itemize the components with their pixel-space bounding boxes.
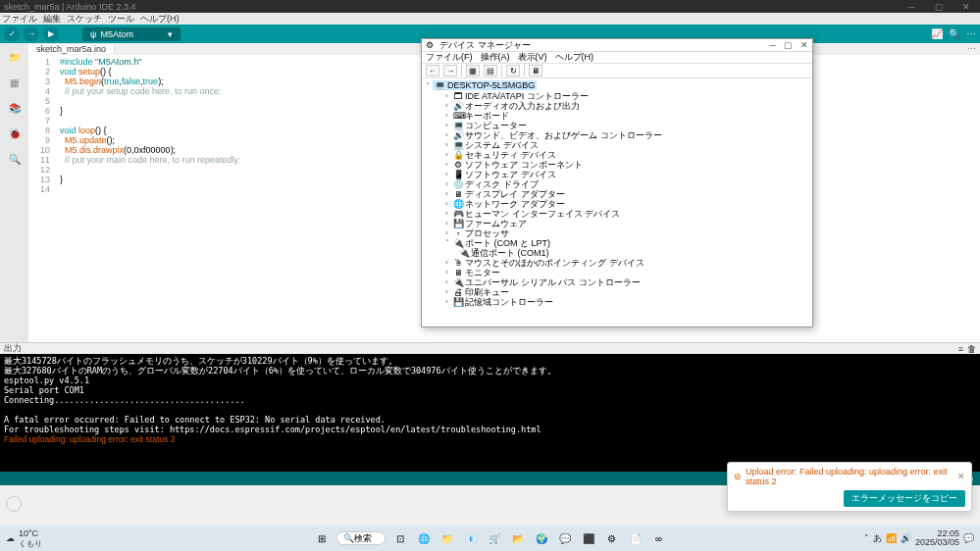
- tray-wifi-icon[interactable]: 📶: [886, 533, 897, 543]
- tray-vol-icon[interactable]: 🔊: [901, 533, 911, 543]
- dm-tree-item[interactable]: ›🖥モニター: [426, 268, 808, 277]
- toast-message: Upload error: Failed uploading: uploadin…: [746, 467, 957, 486]
- dm-app-icon: ⚙: [426, 40, 436, 50]
- dm-menu-file[interactable]: ファイル(F): [426, 51, 473, 64]
- tab-more-icon[interactable]: ⋯: [963, 44, 980, 54]
- tray-notif-icon[interactable]: 💬: [963, 533, 974, 543]
- app-icon-3[interactable]: 📧: [462, 529, 480, 547]
- boards-mgr-icon[interactable]: ▦: [7, 75, 23, 90]
- start-btn[interactable]: ⊞: [313, 529, 331, 547]
- weather-widget[interactable]: ☁ 10°C くもり: [6, 528, 42, 549]
- file-tab[interactable]: sketch_mar5a.ino: [28, 44, 115, 54]
- dm-tree-item[interactable]: ›🗔IDE ATA/ATAPI コントローラー: [426, 91, 808, 101]
- dm-tree-item[interactable]: ›🔒セキュリティ デバイス: [426, 150, 808, 160]
- dm-tree-item[interactable]: ›🔌ユニバーサル シリアル バス コントローラー: [426, 277, 808, 287]
- maximize-btn[interactable]: ▢: [925, 0, 953, 13]
- tray-up-icon[interactable]: ˄: [864, 533, 869, 543]
- dm-ports-node[interactable]: ˅🔌ポート (COM と LPT): [426, 238, 808, 248]
- menu-tools[interactable]: ツール: [108, 13, 134, 25]
- taskview-icon[interactable]: ⊡: [391, 529, 409, 547]
- app-icon-4[interactable]: 🛒: [486, 529, 503, 547]
- menu-file[interactable]: ファイル: [2, 13, 37, 25]
- app-icon-5[interactable]: 📂: [509, 529, 527, 547]
- close-btn[interactable]: ✕: [953, 0, 980, 13]
- dm-fwd-btn[interactable]: →: [443, 65, 457, 76]
- dm-menu-action[interactable]: 操作(A): [481, 51, 510, 64]
- dm-tree-item[interactable]: ›⚙ソフトウェア コンポーネント: [426, 160, 808, 170]
- menu-help[interactable]: ヘルプ(H): [140, 13, 180, 25]
- app-icon-7[interactable]: 💬: [556, 529, 574, 547]
- output-opt2-icon[interactable]: 🗑: [967, 344, 976, 354]
- dm-tree-item[interactable]: ›🖨印刷キュー: [426, 287, 808, 297]
- dm-menu-view[interactable]: 表示(V): [518, 51, 547, 64]
- menu-sketch[interactable]: スケッチ: [67, 13, 102, 25]
- arduino-menubar: ファイル 編集 スケッチ ツール ヘルプ(H): [0, 13, 980, 25]
- dm-tree-item[interactable]: ›🖱マウスとそのほかのポインティング デバイス: [426, 258, 808, 268]
- clock[interactable]: 22:05 2025/03/05: [915, 529, 959, 547]
- menu-edit[interactable]: 編集: [43, 13, 61, 25]
- dm-tree[interactable]: ˅ 💻 DESKTOP-5LSMGBG›🗔IDE ATA/ATAPI コントロー…: [422, 78, 812, 309]
- dm-tree-item[interactable]: ›▫プロセッサ: [426, 228, 808, 238]
- dm-menubar: ファイル(F) 操作(A) 表示(V) ヘルプ(H): [422, 52, 812, 64]
- app-icon-1[interactable]: 🌐: [415, 529, 433, 547]
- output-panel[interactable]: 最大3145728バイトのフラッシュメモリのうち、スケッチが310229バイト（…: [0, 354, 980, 472]
- dm-tree-item[interactable]: ›🔊サウンド、ビデオ、およびゲーム コントローラー: [426, 130, 808, 140]
- dm-prop-btn[interactable]: ▤: [484, 65, 497, 76]
- debug-btn[interactable]: ▶: [43, 26, 59, 42]
- serial-plotter-icon[interactable]: 📈: [931, 28, 943, 39]
- app-icon-9[interactable]: ⚙: [603, 529, 621, 547]
- dm-view-btn[interactable]: ▦: [466, 65, 480, 76]
- windows-taskbar: ☁ 10°C くもり ⊞ 🔍 検索 ⊡ 🌐 📁 📧 🛒 📂 🌍 💬 ⬛ ⚙ 📄 …: [0, 526, 980, 551]
- board-selector[interactable]: ψM5Atom▾: [82, 27, 181, 41]
- copy-error-btn[interactable]: エラーメッセージをコピー: [844, 490, 965, 507]
- dm-tree-item[interactable]: ›💿ディスク ドライブ: [426, 179, 808, 189]
- verify-btn[interactable]: ✓: [4, 26, 20, 42]
- window-title: sketch_mar5a | Arduino IDE 2.3.4: [4, 2, 135, 12]
- profile-icon[interactable]: [6, 496, 22, 512]
- dm-title: デバイス マネージャー: [439, 39, 531, 52]
- debug-icon[interactable]: 🐞: [7, 125, 23, 141]
- line-gutter: 1234567891011121314: [28, 55, 56, 342]
- app-icon-2[interactable]: 📁: [438, 529, 456, 547]
- minimize-btn[interactable]: ─: [898, 0, 925, 13]
- dm-scan-btn[interactable]: 🖥: [529, 65, 542, 76]
- dm-tree-item[interactable]: ›⌨キーボード: [426, 111, 808, 121]
- output-opt1-icon[interactable]: ≡: [958, 344, 963, 354]
- app-icon-10[interactable]: 📄: [627, 529, 645, 547]
- dm-root-node[interactable]: 💻 DESKTOP-5LSMGBG: [433, 80, 538, 90]
- dm-tree-item[interactable]: ›💻コンピューター: [426, 121, 808, 130]
- dm-menu-help[interactable]: ヘルプ(H): [555, 51, 594, 64]
- upload-btn[interactable]: →: [24, 26, 39, 42]
- dm-tree-item[interactable]: ›🖥ディスプレイ アダプター: [426, 189, 808, 199]
- dm-com-port[interactable]: 🔌通信ポート (COM1): [426, 248, 808, 258]
- device-manager-window[interactable]: ⚙ デバイス マネージャー ─ ▢ ✕ ファイル(F) 操作(A) 表示(V) …: [421, 38, 813, 327]
- app-icon-6[interactable]: 🌍: [533, 529, 550, 547]
- dm-tree-item[interactable]: ›🌐ネットワーク アダプター: [426, 199, 808, 209]
- dm-tree-item[interactable]: ›💾記憶域コントローラー: [426, 297, 808, 307]
- dm-tree-item[interactable]: ›🔊オーディオの入力および出力: [426, 101, 808, 111]
- app-icon-arduino[interactable]: ∞: [650, 529, 668, 547]
- dm-refresh-btn[interactable]: ↻: [506, 65, 520, 76]
- system-tray[interactable]: ˄ あ 📶 🔊 22:05 2025/03/05 💬: [864, 529, 974, 547]
- dm-toolbar: ← → ▦ ▤ ↻ 🖥: [422, 64, 812, 78]
- serial-monitor-icon[interactable]: 🔍: [949, 28, 960, 39]
- sketchbook-icon[interactable]: 📁: [7, 49, 23, 65]
- dm-tree-item[interactable]: ›💾ファームウェア: [426, 219, 808, 228]
- dm-tree-item[interactable]: ›🎮ヒューマン インターフェイス デバイス: [426, 209, 808, 219]
- dm-maximize-btn[interactable]: ▢: [784, 40, 793, 50]
- search-icon[interactable]: 🔍: [7, 151, 23, 167]
- dm-back-btn[interactable]: ←: [426, 65, 439, 76]
- error-icon: ⊘: [734, 472, 742, 481]
- error-toast: ⊘ Upload error: Failed uploading: upload…: [727, 462, 972, 512]
- app-icon-8[interactable]: ⬛: [580, 529, 597, 547]
- toast-close-btn[interactable]: ✕: [957, 472, 965, 481]
- dm-tree-item[interactable]: ›💻システム デバイス: [426, 140, 808, 150]
- library-mgr-icon[interactable]: 📚: [7, 100, 23, 116]
- taskbar-search[interactable]: 🔍 検索: [336, 531, 386, 545]
- more-icon[interactable]: ⋯: [966, 28, 976, 39]
- dm-tree-item[interactable]: ›📱ソフトウェア デバイス: [426, 170, 808, 179]
- output-header: 出力 ≡ 🗑: [0, 342, 980, 354]
- dm-close-btn[interactable]: ✕: [800, 40, 808, 50]
- dm-minimize-btn[interactable]: ─: [770, 40, 776, 50]
- tray-lang-icon[interactable]: あ: [873, 532, 882, 545]
